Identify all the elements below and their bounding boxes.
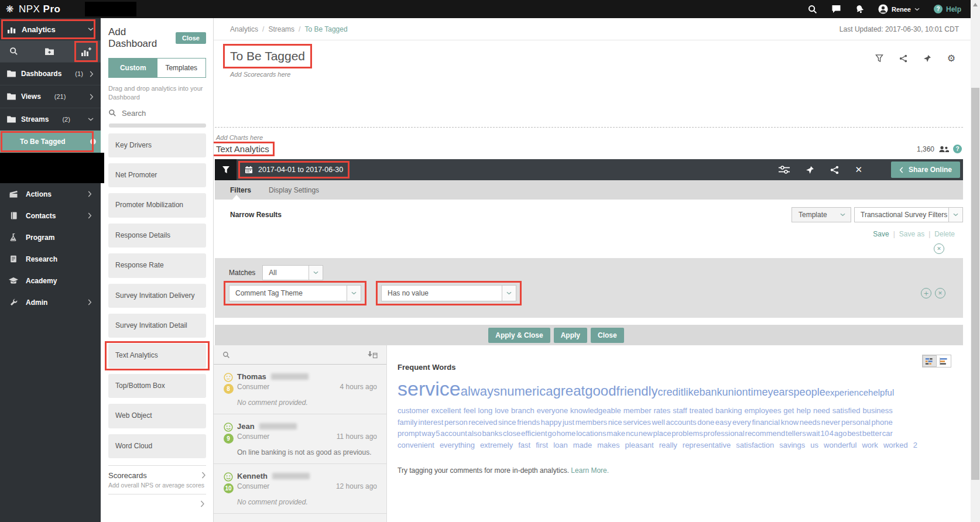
apply-button[interactable]: Apply: [554, 328, 587, 343]
sidebar-item-views[interactable]: Views(21): [0, 85, 101, 108]
share-icon[interactable]: [899, 54, 907, 63]
sidebar-item-to-be-tagged[interactable]: To Be Tagged: [0, 130, 101, 153]
cloud-word[interactable]: ncu: [626, 428, 638, 439]
cloud-word[interactable]: friendly: [616, 384, 658, 399]
dashboard-widget-item[interactable]: Survey Invitation Detail: [108, 314, 206, 338]
app-logo[interactable]: ❋ NPX Pro: [0, 4, 60, 15]
save-as-link[interactable]: Save as: [899, 230, 924, 238]
cloud-word[interactable]: 5: [436, 428, 440, 439]
tab-display-settings[interactable]: Display Settings: [269, 186, 319, 194]
cloud-word[interactable]: every: [732, 417, 751, 428]
cloud-word[interactable]: nice: [608, 417, 622, 428]
cloud-word[interactable]: first: [536, 439, 548, 451]
cloud-word[interactable]: makes: [597, 439, 619, 451]
cloud-word[interactable]: convenient: [398, 439, 434, 451]
pin-icon[interactable]: [923, 54, 931, 63]
dashboard-widget-item[interactable]: Text Analytics: [108, 344, 206, 368]
cloud-word[interactable]: satisfaction: [736, 439, 774, 451]
dashboard-widget-item[interactable]: Survey Invitation Delivery: [108, 284, 206, 308]
cloud-word[interactable]: way: [422, 428, 435, 439]
dashboard-widget-item[interactable]: Web Object: [108, 404, 206, 428]
cloud-word[interactable]: services: [623, 417, 651, 428]
cloud-word[interactable]: pleasant: [625, 439, 654, 451]
panel-more-item[interactable]: [108, 494, 206, 507]
panel-close-button[interactable]: Close: [176, 32, 206, 44]
breadcrumb-streams[interactable]: Streams: [268, 25, 294, 33]
share-online-button[interactable]: Share Online: [891, 162, 960, 178]
close-button[interactable]: Close: [591, 328, 624, 343]
sidebar-item-admin[interactable]: Admin: [0, 291, 101, 313]
cloud-word[interactable]: time: [748, 386, 768, 399]
cloud-word[interactable]: phone: [872, 417, 893, 428]
cloud-word[interactable]: branch: [511, 405, 534, 417]
cloud-word[interactable]: members: [575, 417, 607, 428]
cloud-word[interactable]: great: [553, 383, 585, 399]
cloud-word[interactable]: love: [495, 405, 509, 417]
cloud-word[interactable]: just: [563, 417, 574, 428]
cloud-word[interactable]: happy: [541, 417, 561, 428]
date-range-picker[interactable]: 2017-04-01 to 2017-06-30: [245, 166, 343, 174]
cloud-word[interactable]: numerica: [500, 384, 553, 399]
cloud-word[interactable]: home: [557, 428, 576, 439]
gear-icon[interactable]: ⚙: [947, 53, 955, 64]
comment-item[interactable]: 8 Thomas Consumer4 hours ago No comment …: [214, 365, 386, 414]
help-icon[interactable]: ?: [953, 145, 962, 153]
cloud-word[interactable]: union: [722, 386, 748, 399]
cloud-word[interactable]: accounts: [666, 417, 697, 428]
cloud-word[interactable]: tellers: [786, 428, 806, 439]
template-dropdown[interactable]: Template: [791, 207, 851, 222]
filter-set-dropdown[interactable]: Transactional Survey Filters: [854, 207, 963, 222]
cloud-word[interactable]: done: [697, 417, 714, 428]
cloud-word[interactable]: credit: [657, 386, 683, 399]
cloud-word[interactable]: banking: [715, 405, 742, 417]
cloud-word[interactable]: get: [783, 405, 794, 417]
cloud-word[interactable]: work: [862, 439, 878, 451]
cloud-word[interactable]: ago: [834, 428, 847, 439]
cloud-word[interactable]: financial: [752, 417, 780, 428]
user-menu[interactable]: Renee: [878, 4, 920, 14]
tab-filters[interactable]: Filters: [230, 186, 251, 194]
export-download-icon[interactable]: [367, 351, 378, 359]
panel-scroll-indicator[interactable]: [109, 123, 206, 128]
sidebar-item-research[interactable]: Research: [0, 248, 101, 270]
scorecards-section[interactable]: Scorecards Add overall NPS or average sc…: [108, 465, 206, 489]
cloud-word[interactable]: treated: [690, 405, 713, 417]
cloud-word[interactable]: go: [548, 428, 556, 439]
search-input[interactable]: [122, 109, 192, 118]
cloud-word[interactable]: easy: [715, 417, 731, 428]
cloud-word[interactable]: us: [810, 439, 818, 451]
comment-item[interactable]: 9 Jean Consumer11 hours ago On line bank…: [214, 414, 386, 464]
cloud-word[interactable]: fast: [518, 439, 530, 451]
cloud-word[interactable]: feel: [464, 405, 476, 417]
cloud-word[interactable]: person: [444, 417, 468, 428]
tab-templates[interactable]: Templates: [157, 59, 206, 77]
sidebar-analytics-menu[interactable]: Analytics: [0, 18, 101, 40]
dashboard-widget-item[interactable]: Response Rate: [108, 253, 206, 277]
add-criteria-icon[interactable]: +: [921, 288, 931, 298]
cloud-word[interactable]: close: [503, 428, 520, 439]
cloud-word[interactable]: customer: [398, 405, 429, 417]
help-button[interactable]: ? Help: [934, 5, 961, 13]
breadcrumb-analytics[interactable]: Analytics: [230, 25, 258, 33]
new-folder-icon[interactable]: [44, 47, 54, 56]
cloud-word[interactable]: friends: [517, 417, 540, 428]
cloud-word[interactable]: family: [398, 417, 417, 428]
share-icon[interactable]: [830, 166, 839, 174]
cloud-word[interactable]: help: [796, 405, 811, 417]
dashboard-widget-item[interactable]: Response Details: [108, 224, 206, 248]
cloud-word[interactable]: helpful: [868, 387, 894, 397]
cloud-word[interactable]: never: [821, 417, 841, 428]
cloud-word[interactable]: 2: [913, 439, 917, 451]
close-icon[interactable]: ✕: [855, 164, 862, 175]
cloud-word[interactable]: new: [639, 428, 653, 439]
cloud-word[interactable]: savings: [779, 439, 805, 451]
dashboard-widget-item[interactable]: Promoter Mobilization: [108, 193, 206, 217]
delete-link[interactable]: Delete: [934, 230, 955, 238]
messages-icon[interactable]: [831, 5, 841, 13]
sidebar-item-actions[interactable]: Actions: [0, 183, 101, 205]
panel-search[interactable]: [101, 104, 213, 119]
add-chart-icon[interactable]: [81, 47, 91, 56]
save-link[interactable]: Save: [873, 230, 889, 238]
cloud-word[interactable]: years: [768, 386, 794, 399]
cloud-word[interactable]: excellent: [431, 405, 461, 417]
